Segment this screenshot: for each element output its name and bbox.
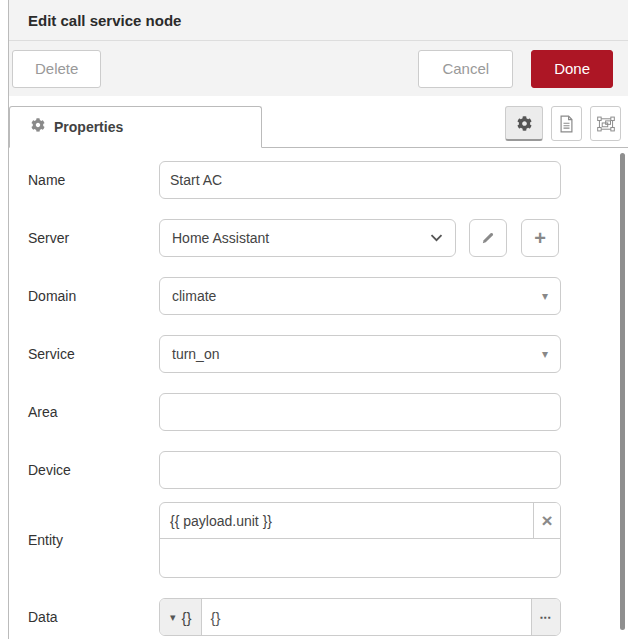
caret-down-icon: ▾ xyxy=(170,612,176,623)
remove-entity-button[interactable]: × xyxy=(533,503,560,538)
domain-label: Domain xyxy=(28,288,159,304)
service-label: Service xyxy=(28,346,159,362)
done-button[interactable]: Done xyxy=(531,50,613,88)
tab-properties-label: Properties xyxy=(54,119,123,135)
entity-list[interactable]: {{ payload.unit }} × xyxy=(159,502,561,578)
dialog-toolbar: Delete Cancel Done xyxy=(9,41,628,96)
gear-icon xyxy=(31,118,45,136)
object-group-icon xyxy=(597,116,615,132)
entity-input-area[interactable] xyxy=(160,539,560,577)
data-typed-input: ▾ {} {} ▪▪▪ xyxy=(159,598,561,636)
server-select[interactable]: Home Assistant xyxy=(159,219,456,257)
caret-down-icon: ▾ xyxy=(542,348,548,360)
name-input[interactable] xyxy=(159,161,561,199)
description-button[interactable] xyxy=(551,106,582,141)
appearance-button[interactable] xyxy=(590,106,621,141)
data-row: Data ▾ {} {} ▪▪▪ xyxy=(28,598,628,636)
area-row: Area xyxy=(28,393,628,431)
add-server-button[interactable]: + xyxy=(521,219,559,257)
pencil-icon xyxy=(480,230,496,246)
plus-icon: + xyxy=(534,227,546,250)
device-label: Device xyxy=(28,462,159,478)
dialog-title: Edit call service node xyxy=(28,12,181,29)
edit-server-button[interactable] xyxy=(469,219,507,257)
dialog-header: Edit call service node xyxy=(9,0,628,41)
delete-button[interactable]: Delete xyxy=(12,50,101,88)
entity-row: Entity {{ payload.unit }} × xyxy=(28,502,628,578)
entity-item-value[interactable]: {{ payload.unit }} xyxy=(160,503,533,538)
server-row: Server Home Assistant + xyxy=(28,219,628,257)
ellipsis-icon: ▪▪▪ xyxy=(540,613,552,622)
edit-node-dialog: Edit call service node Delete Cancel Don… xyxy=(9,0,628,639)
server-select-value: Home Assistant xyxy=(172,230,269,246)
properties-view-button[interactable] xyxy=(505,106,543,141)
json-type-icon: {} xyxy=(182,609,192,626)
entity-list-item: {{ payload.unit }} × xyxy=(160,503,560,539)
document-icon xyxy=(559,115,574,133)
device-input[interactable] xyxy=(159,451,561,489)
close-icon: × xyxy=(541,510,552,532)
domain-value: climate xyxy=(172,288,216,304)
tab-properties[interactable]: Properties xyxy=(9,106,262,148)
data-value-input[interactable]: {} xyxy=(202,599,531,635)
name-row: Name xyxy=(28,161,628,199)
workspace-edge xyxy=(0,0,9,639)
service-value: turn_on xyxy=(172,346,219,362)
service-input[interactable]: turn_on ▾ xyxy=(159,335,561,373)
domain-input[interactable]: climate ▾ xyxy=(159,277,561,315)
domain-row: Domain climate ▾ xyxy=(28,277,628,315)
data-value: {} xyxy=(211,609,221,626)
data-label: Data xyxy=(28,609,159,625)
area-label: Area xyxy=(28,404,159,420)
properties-form: Name Server Home Assistant + Domain xyxy=(9,148,628,636)
caret-down-icon: ▾ xyxy=(542,290,548,302)
tab-action-buttons xyxy=(505,106,628,141)
data-type-selector[interactable]: ▾ {} xyxy=(160,599,202,635)
service-row: Service turn_on ▾ xyxy=(28,335,628,373)
device-row: Device xyxy=(28,451,628,489)
tab-bar: Properties xyxy=(9,96,628,148)
entity-label: Entity xyxy=(28,532,159,548)
gear-icon xyxy=(517,116,532,131)
server-label: Server xyxy=(28,230,159,246)
cancel-button[interactable]: Cancel xyxy=(418,50,513,88)
area-input[interactable] xyxy=(159,393,561,431)
expand-editor-button[interactable]: ▪▪▪ xyxy=(531,599,560,635)
chevron-down-icon xyxy=(430,234,443,242)
name-label: Name xyxy=(28,172,159,188)
form-scrollbar[interactable] xyxy=(620,153,625,630)
